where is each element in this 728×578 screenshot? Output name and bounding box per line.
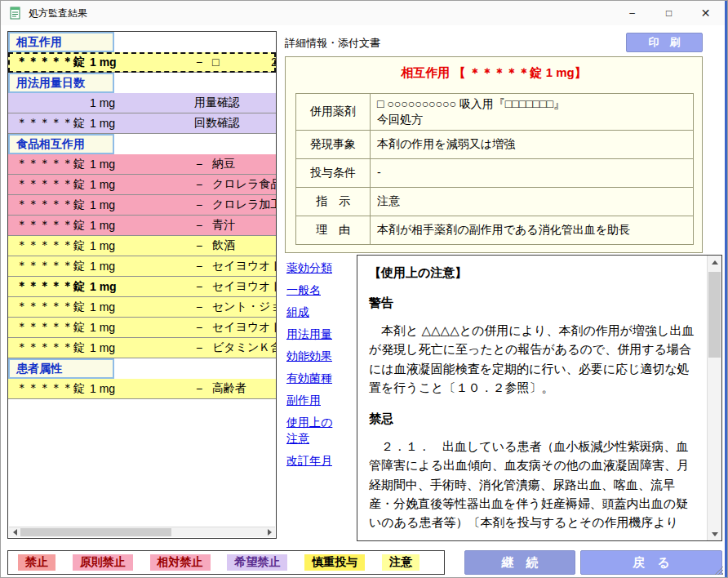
detail-row-label: 併用薬剤	[296, 94, 371, 131]
doc-sections: 警告 本剤と △△△△との併用により、本剤の作用が増強し出血が発現し死亡に至った…	[369, 296, 696, 531]
audit-row[interactable]: ＊＊＊＊＊錠1 mg−高齢者	[8, 379, 276, 399]
doc-nav-link[interactable]: 用法用量	[286, 326, 339, 342]
doc-nav-links: 薬効分類一般名組成用法用量効能効果有効菌種副作用使用上の注意改訂年月	[286, 260, 339, 474]
row-drug-name: ＊＊＊＊＊錠	[16, 279, 85, 294]
doc-nav-link[interactable]: 使用上の注意	[286, 414, 339, 447]
vertical-scrollbar[interactable]	[707, 256, 721, 540]
row-item: □	[212, 56, 219, 69]
window-controls: – □ ✕	[614, 1, 724, 25]
row-drug-name: ＊＊＊＊＊錠	[16, 381, 85, 396]
print-button[interactable]: 印 刷	[626, 33, 703, 52]
scroll-left-button[interactable]	[9, 527, 20, 537]
audit-row[interactable]: ＊＊＊＊＊錠1 mg−セント・ジョー	[8, 297, 276, 318]
audit-row[interactable]: ＊＊＊＊＊錠1 mg−□2	[8, 52, 276, 73]
row-dash: −	[196, 321, 202, 334]
row-item: クロレラ加工	[212, 198, 276, 212]
horizontal-scrollbar[interactable]	[9, 527, 275, 537]
detail-row-value: 注意	[371, 187, 694, 216]
row-dash: −	[196, 260, 202, 273]
scroll-down-icon	[712, 532, 718, 536]
row-dash: −	[196, 300, 202, 313]
row-dash: −	[196, 341, 202, 354]
row-dose: 1 mg	[90, 178, 115, 191]
row-drug-name: ＊＊＊＊＊錠	[16, 198, 85, 212]
doc-section-heading: 禁忌	[369, 411, 696, 427]
audit-row[interactable]: ＊＊＊＊＊錠1 mg回数確認	[8, 113, 276, 134]
detail-row-value: □ ○○○○○○○○○○ 吸入用『□□□□□□□』 今回処方	[371, 94, 694, 131]
row-dose: 1 mg	[90, 280, 117, 293]
scroll-down-button[interactable]	[708, 527, 721, 540]
row-item: セイヨウオト	[212, 279, 276, 294]
section-header: 患者属性	[8, 358, 114, 379]
audit-row[interactable]: 1 mg用量確認	[8, 93, 276, 113]
doc-nav-link[interactable]: 薬効分類	[286, 260, 339, 276]
row-item: クロレラ食品	[212, 177, 276, 192]
back-button[interactable]: 戻 る	[580, 550, 722, 575]
detail-table-row: 併用薬剤□ ○○○○○○○○○○ 吸入用『□□□□□□□』 今回処方	[296, 94, 694, 131]
detail-row-label: 発現事象	[296, 130, 371, 158]
detail-row-label: 指 示	[296, 187, 371, 216]
detail-row-value: -	[371, 158, 694, 187]
minimize-button[interactable]: –	[614, 1, 650, 25]
detail-table-row: 発現事象本剤の作用を減弱又は増強	[296, 130, 694, 158]
audit-row[interactable]: ＊＊＊＊＊錠1 mg−クロレラ加工	[8, 195, 276, 216]
row-drug-name: ＊＊＊＊＊錠	[16, 157, 85, 171]
close-button[interactable]: ✕	[687, 1, 724, 25]
section-header-label: 食品相互作用	[16, 137, 85, 152]
detail-row-label: 投与条件	[296, 158, 371, 187]
row-item: 飲酒	[212, 238, 235, 253]
doc-nav-link[interactable]: 有効菌種	[286, 370, 339, 386]
audit-list-panel: 相互作用＊＊＊＊＊錠1 mg−□2用法用量日数1 mg用量確認＊＊＊＊＊錠1 m…	[7, 31, 277, 539]
row-dash: −	[196, 178, 202, 191]
legend-item: 禁止	[18, 554, 55, 571]
row-item: 納豆	[212, 157, 235, 171]
prescription-audit-window: 処方監査結果 – □ ✕ 相互作用＊＊＊＊＊錠1 mg−□2用法用量日数1 mg…	[0, 0, 728, 578]
section-header: 食品相互作用	[8, 134, 114, 154]
legend-item: 希望禁止	[227, 554, 287, 571]
row-item: セイヨウオト	[212, 259, 276, 273]
legend-item: 相対禁止	[150, 554, 211, 571]
scroll-right-button[interactable]	[264, 527, 275, 537]
document-content: 【使用上の注意】 警告 本剤と △△△△との併用により、本剤の作用が増強し出血が…	[357, 256, 708, 540]
vertical-scrollbar-thumb[interactable]	[708, 272, 721, 358]
row-dash: −	[196, 382, 202, 395]
row-item: 青汁	[212, 218, 235, 233]
app-icon	[9, 7, 22, 20]
horizontal-scrollbar-thumb[interactable]	[20, 528, 171, 536]
audit-row[interactable]: ＊＊＊＊＊錠1 mg−セイヨウオト	[8, 277, 276, 297]
section-header-label: 相互作用	[16, 35, 62, 50]
audit-row[interactable]: ＊＊＊＊＊錠1 mg−セイヨウオト	[8, 318, 276, 338]
audit-row[interactable]: ＊＊＊＊＊錠1 mg−青汁	[8, 216, 276, 236]
row-item: セント・ジョー	[212, 300, 276, 314]
row-dose: 1 mg	[90, 341, 115, 354]
doc-nav-link[interactable]: 一般名	[286, 282, 339, 298]
doc-nav-link[interactable]: 副作用	[286, 392, 339, 408]
doc-nav-link[interactable]: 効能効果	[286, 348, 339, 364]
audit-row[interactable]: ＊＊＊＊＊錠1 mg−ビタミンＫ含	[8, 338, 276, 358]
doc-nav-link[interactable]: 改訂年月	[286, 452, 339, 469]
detail-row-label: 理 由	[296, 216, 371, 244]
detail-table-body: 併用薬剤□ ○○○○○○○○○○ 吸入用『□□□□□□□』 今回処方発現事象本剤…	[296, 94, 694, 245]
audit-row[interactable]: ＊＊＊＊＊錠1 mg−飲酒	[8, 236, 276, 256]
scroll-up-button[interactable]	[708, 256, 721, 269]
audit-row[interactable]: ＊＊＊＊＊錠1 mg−納豆	[8, 154, 276, 175]
close-icon: ✕	[701, 7, 711, 20]
row-dash: −	[196, 198, 202, 211]
scroll-up-icon	[712, 260, 718, 265]
horizontal-scrollbar-track[interactable]	[20, 527, 264, 537]
maximize-button[interactable]: □	[650, 1, 687, 25]
row-drug-name: ＊＊＊＊＊錠	[16, 238, 85, 253]
vertical-scrollbar-track[interactable]	[708, 269, 721, 527]
audit-row[interactable]: ＊＊＊＊＊錠1 mg−クロレラ食品	[8, 175, 276, 195]
continue-button[interactable]: 継 続	[464, 550, 575, 575]
audit-row[interactable]: ＊＊＊＊＊錠1 mg−セイヨウオト	[8, 256, 276, 277]
scroll-right-icon	[268, 529, 272, 536]
row-dose: 1 mg	[90, 260, 115, 273]
detail-table-row: 理 由本剤が相手薬剤の副作用である消化管出血を助長	[296, 216, 694, 244]
detail-title: 相互作用 【 ＊＊＊＊＊錠 1 mg】	[286, 65, 702, 81]
row-dose: 1 mg	[90, 96, 115, 109]
row-drug-name: ＊＊＊＊＊錠	[16, 177, 85, 192]
document-title: 【使用上の注意】	[369, 265, 696, 281]
row-dash: −	[196, 219, 202, 232]
doc-nav-link[interactable]: 組成	[286, 304, 339, 320]
